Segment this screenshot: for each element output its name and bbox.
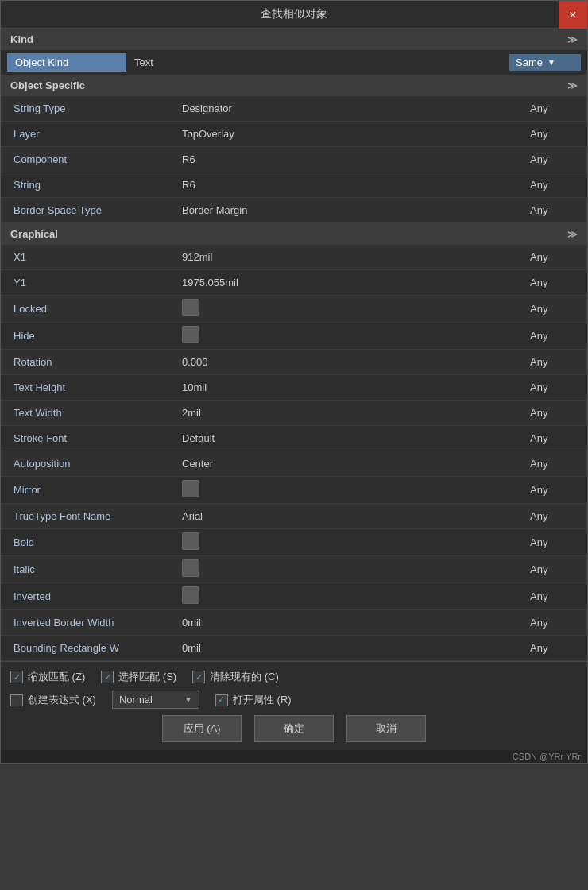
select-match-checkbox[interactable] xyxy=(101,671,114,683)
mode-dropdown-arrow-icon: ▼ xyxy=(184,695,192,704)
prop-any: Any xyxy=(524,404,587,422)
kind-collapse-icon: ≫ xyxy=(567,34,578,45)
prop-value: Border Margin xyxy=(176,201,524,219)
graphical-row: Bounding Rectangle W 0mil Any xyxy=(1,636,587,661)
graphical-row: Mirror Any xyxy=(1,477,587,504)
section-graphical-header[interactable]: Graphical ≫ xyxy=(1,223,587,245)
checkbox-cell[interactable] xyxy=(182,559,199,577)
prop-any: Any xyxy=(524,150,587,168)
checkbox-cell[interactable] xyxy=(182,299,199,316)
prop-name: Bounding Rectangle W xyxy=(1,639,176,657)
prop-name: Rotation xyxy=(1,353,176,371)
prop-value: TopOverlay xyxy=(176,125,524,143)
ok-button[interactable]: 确定 xyxy=(254,715,334,742)
prop-value xyxy=(176,477,524,503)
prop-name: Text Height xyxy=(1,378,176,397)
prop-any: Any xyxy=(524,327,587,345)
prop-any: Any xyxy=(524,639,587,657)
prop-value: 0mil xyxy=(176,639,524,657)
graphical-row: TrueType Font Name Arial Any xyxy=(1,504,587,529)
graphical-row: Text Height 10mil Any xyxy=(1,375,587,400)
object-specific-row: String R6 Any xyxy=(1,172,587,198)
graphical-row: Inverted Border Width 0mil Any xyxy=(1,610,587,636)
prop-name: Autoposition xyxy=(1,455,176,473)
graphical-row: Y1 1975.055mil Any xyxy=(1,270,587,296)
prop-name: Component xyxy=(1,150,176,168)
graphical-row: Stroke Font Default Any xyxy=(1,426,587,451)
object-specific-row: String Type Designator Any xyxy=(1,96,587,122)
bottom-area: 缩放匹配 (Z) 选择匹配 (S) 清除现有的 (C) 创建表达式 (X) No… xyxy=(1,661,587,750)
checkbox-cell[interactable] xyxy=(182,586,199,604)
prop-value: Center xyxy=(176,455,524,473)
watermark: CSDN @YRr YRr xyxy=(1,750,587,763)
prop-value: Default xyxy=(176,429,524,447)
mode-dropdown[interactable]: Normal ▼ xyxy=(112,691,199,709)
prop-any: Any xyxy=(524,201,587,219)
prop-value: Designator xyxy=(176,99,524,118)
object-kind-dropdown[interactable]: Same ▼ xyxy=(509,54,581,71)
prop-value: R6 xyxy=(176,150,524,168)
object-specific-row: Border Space Type Border Margin Any xyxy=(1,198,587,223)
apply-button[interactable]: 应用 (A) xyxy=(162,715,242,742)
checkbox-cell[interactable] xyxy=(182,480,199,497)
object-specific-collapse-icon: ≫ xyxy=(567,80,578,91)
prop-any: Any xyxy=(524,587,587,606)
prop-any: Any xyxy=(524,533,587,551)
prop-any: Any xyxy=(524,378,587,397)
graphical-row: Rotation 0.000 Any xyxy=(1,350,587,375)
prop-name: Inverted xyxy=(1,587,176,606)
clear-existing-item[interactable]: 清除现有的 (C) xyxy=(192,670,279,684)
close-button[interactable]: × xyxy=(559,1,587,29)
prop-value: 2mil xyxy=(176,404,524,422)
prop-any: Any xyxy=(524,507,587,525)
graphical-row: Bold Any xyxy=(1,529,587,556)
prop-value xyxy=(176,323,524,349)
scale-match-checkbox[interactable] xyxy=(10,671,23,683)
prop-name: Text Width xyxy=(1,404,176,422)
content-area: Kind ≫ Object Kind Text Same ▼ Object Sp… xyxy=(1,29,587,750)
prop-any: Any xyxy=(524,613,587,632)
prop-value: 0mil xyxy=(176,613,524,632)
prop-name: Inverted Border Width xyxy=(1,613,176,632)
mode-dropdown-value: Normal xyxy=(119,694,153,706)
scroll-container[interactable]: Kind ≫ Object Kind Text Same ▼ Object Sp… xyxy=(1,29,587,661)
prop-any: Any xyxy=(524,455,587,473)
graphical-row: Locked Any xyxy=(1,296,587,323)
cancel-button[interactable]: 取消 xyxy=(346,715,426,742)
section-graphical-label: Graphical xyxy=(10,228,58,240)
prop-name: Bold xyxy=(1,533,176,551)
open-props-checkbox[interactable] xyxy=(215,694,228,706)
prop-value xyxy=(176,296,524,322)
section-object-specific-header[interactable]: Object Specific ≫ xyxy=(1,75,587,96)
object-kind-dropdown-value: Same xyxy=(516,56,543,68)
graphical-row: Inverted Any xyxy=(1,583,587,610)
checkbox-cell[interactable] xyxy=(182,326,199,343)
graphical-row: Hide Any xyxy=(1,323,587,350)
create-expr-item[interactable]: 创建表达式 (X) xyxy=(10,693,96,707)
object-specific-row: Component R6 Any xyxy=(1,147,587,172)
create-expr-checkbox[interactable] xyxy=(10,694,23,706)
prop-any: Any xyxy=(524,481,587,499)
title-bar: 查找相似对象 × xyxy=(1,1,587,29)
graphical-rows: X1 912mil Any Y1 1975.055mil Any Locked … xyxy=(1,245,587,661)
checkbox-cell[interactable] xyxy=(182,532,199,550)
dropdown-arrow-icon: ▼ xyxy=(547,58,574,67)
scale-match-item[interactable]: 缩放匹配 (Z) xyxy=(10,670,85,684)
prop-value: Arial xyxy=(176,507,524,525)
section-kind-header[interactable]: Kind ≫ xyxy=(1,29,587,50)
open-props-item[interactable]: 打开属性 (R) xyxy=(215,693,292,707)
prop-name: X1 xyxy=(1,248,176,266)
prop-any: Any xyxy=(524,125,587,143)
prop-any: Any xyxy=(524,273,587,292)
select-match-item[interactable]: 选择匹配 (S) xyxy=(101,670,176,684)
object-specific-row: Layer TopOverlay Any xyxy=(1,122,587,147)
object-kind-value: Text xyxy=(126,53,509,72)
checkbox-row-2: 创建表达式 (X) Normal ▼ 打开属性 (R) xyxy=(10,691,578,709)
prop-name: Layer xyxy=(1,125,176,143)
clear-existing-checkbox[interactable] xyxy=(192,671,205,683)
graphical-collapse-icon: ≫ xyxy=(567,229,578,240)
prop-any: Any xyxy=(524,353,587,371)
prop-value: 912mil xyxy=(176,248,524,266)
prop-name: TrueType Font Name xyxy=(1,507,176,525)
prop-name: Mirror xyxy=(1,481,176,499)
